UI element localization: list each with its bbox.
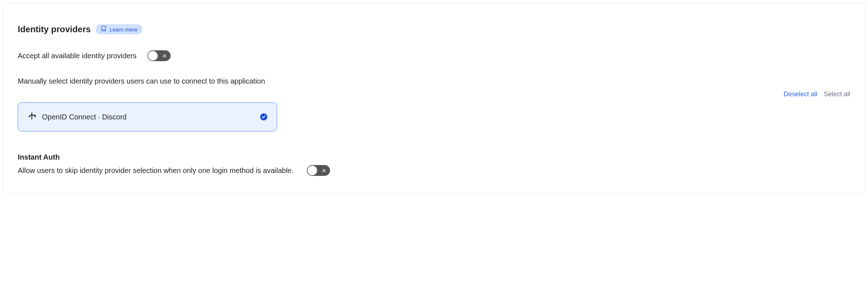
select-actions: Deselect all Select all — [18, 90, 850, 98]
instant-auth-row: Allow users to skip identity provider se… — [18, 165, 850, 176]
check-icon — [260, 113, 267, 120]
x-icon: ✕ — [322, 168, 326, 173]
toggle-knob — [148, 51, 158, 61]
instant-auth-title: Instant Auth — [18, 153, 850, 161]
instant-auth-toggle[interactable]: ✕ — [307, 165, 330, 176]
accept-all-row: Accept all available identity providers … — [18, 50, 850, 61]
x-icon: ✕ — [162, 53, 167, 59]
deselect-all-button[interactable]: Deselect all — [784, 90, 817, 98]
accept-all-toggle[interactable]: ✕ — [147, 50, 171, 61]
learn-more-button[interactable]: Learn more — [96, 24, 142, 34]
learn-more-label: Learn more — [109, 26, 137, 33]
book-icon — [101, 26, 107, 33]
provider-label: OpenID Connect · Discord — [42, 113, 126, 121]
identity-providers-panel: Identity providers Learn more Accept all… — [3, 3, 865, 194]
openid-icon — [28, 111, 37, 122]
accept-all-label: Accept all available identity providers — [18, 52, 137, 60]
toggle-knob — [307, 165, 317, 176]
provider-left: OpenID Connect · Discord — [28, 111, 126, 122]
section-title: Identity providers — [18, 24, 91, 34]
section-header: Identity providers Learn more — [18, 24, 850, 34]
manual-select-description: Manually select identity providers users… — [18, 77, 850, 85]
instant-auth-description: Allow users to skip identity provider se… — [18, 166, 294, 175]
select-all-button[interactable]: Select all — [824, 90, 850, 98]
provider-card[interactable]: OpenID Connect · Discord — [18, 102, 277, 131]
